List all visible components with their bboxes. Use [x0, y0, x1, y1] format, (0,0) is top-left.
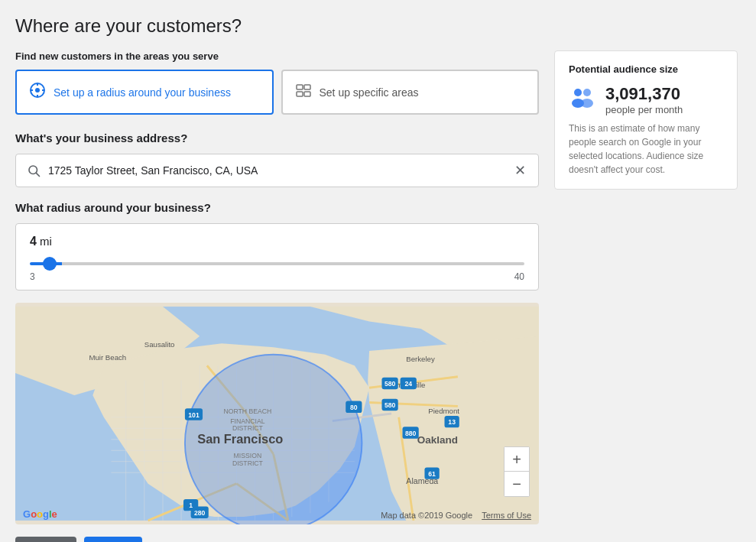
- svg-point-1: [35, 88, 40, 92]
- radius-section-title: What radius around your business?: [15, 201, 539, 214]
- map-data-credit: Map data ©2019 Google: [381, 511, 472, 520]
- zoom-in-btn[interactable]: +: [505, 447, 529, 472]
- svg-point-78: [574, 89, 582, 96]
- specific-icon: [295, 82, 312, 102]
- slider-labels: 3 40: [30, 271, 524, 282]
- svg-line-11: [36, 173, 39, 176]
- radius-box: 4 mi 3 40: [15, 223, 539, 290]
- svg-rect-6: [297, 85, 303, 89]
- radius-option-btn[interactable]: Set up a radius around your business: [15, 70, 274, 115]
- radius-btn-label: Set up a radius around your business: [54, 86, 231, 99]
- svg-text:Oakland: Oakland: [417, 434, 458, 446]
- svg-rect-9: [304, 92, 310, 96]
- svg-text:Piedmont: Piedmont: [428, 407, 459, 415]
- slider-max: 40: [514, 271, 524, 282]
- svg-text:FINANCIAL: FINANCIAL: [230, 417, 264, 425]
- specific-areas-btn[interactable]: Set up specific areas: [281, 70, 540, 115]
- svg-point-81: [581, 99, 593, 108]
- google-logo: Google: [23, 508, 57, 520]
- search-icon: [27, 164, 41, 177]
- svg-text:Sausalito: Sausalito: [144, 340, 175, 349]
- address-input-wrapper: ✕: [15, 154, 539, 187]
- section-label: Find new customers in the areas you serv…: [15, 50, 539, 62]
- radius-display: 4 mi: [30, 235, 524, 248]
- people-icon: [569, 86, 596, 113]
- map-attribution-right: Map data ©2019 Google Terms of Use: [381, 511, 531, 520]
- svg-text:MISSION: MISSION: [234, 452, 262, 459]
- audience-count-block: 3,091,370 people per month: [605, 84, 683, 115]
- main-layout: Find new customers in the areas you serv…: [15, 50, 738, 524]
- svg-text:80: 80: [350, 404, 358, 411]
- right-column: Potential audience size 3,091,370 people…: [554, 50, 738, 190]
- svg-text:24: 24: [404, 380, 412, 388]
- radius-unit: mi: [40, 235, 52, 248]
- svg-text:Muir Beach: Muir Beach: [89, 353, 126, 362]
- radius-section: What radius around your business? 4 mi 3…: [15, 201, 539, 290]
- svg-text:13: 13: [448, 418, 456, 426]
- svg-rect-7: [304, 85, 310, 89]
- page-title: Where are your customers?: [15, 15, 738, 37]
- svg-point-80: [583, 89, 591, 96]
- slider-container: [30, 255, 524, 268]
- svg-text:San Francisco: San Francisco: [197, 432, 283, 446]
- slider-min: 3: [30, 271, 35, 282]
- audience-unit: people per month: [605, 104, 683, 115]
- audience-title: Potential audience size: [569, 63, 723, 75]
- svg-text:NORTH BEACH: NORTH BEACH: [223, 407, 271, 415]
- address-section-title: What's your business address?: [15, 131, 539, 144]
- map-container: Muir Beach Sausalito NORTH BEACH FINANCI…: [15, 303, 539, 524]
- map-terms: Terms of Use: [482, 511, 531, 520]
- svg-text:61: 61: [428, 470, 436, 478]
- map-zoom-controls: + −: [504, 446, 530, 497]
- page-wrapper: Where are your customers? Find new custo…: [0, 0, 756, 542]
- back-button[interactable]: BACK: [15, 537, 76, 542]
- svg-rect-8: [297, 92, 303, 96]
- radius-slider[interactable]: [30, 262, 524, 265]
- svg-text:1: 1: [189, 501, 193, 509]
- option-buttons: Set up a radius around your business Set…: [15, 70, 539, 115]
- svg-text:Berkeley: Berkeley: [406, 355, 435, 363]
- svg-text:880: 880: [405, 430, 417, 437]
- svg-text:580: 580: [384, 401, 396, 409]
- svg-text:580: 580: [384, 380, 396, 388]
- radius-icon: [29, 82, 46, 102]
- bottom-bar: BACK NEXT: [15, 537, 738, 542]
- specific-btn-label: Set up specific areas: [320, 86, 419, 99]
- svg-text:101: 101: [188, 411, 200, 419]
- radius-number: 4: [30, 235, 37, 248]
- map-svg: Muir Beach Sausalito NORTH BEACH FINANCI…: [15, 303, 539, 524]
- audience-count-row: 3,091,370 people per month: [569, 84, 723, 115]
- audience-desc: This is an estimate of how many people s…: [569, 122, 723, 177]
- audience-count-number: 3,091,370: [605, 84, 683, 104]
- clear-address-btn[interactable]: ✕: [513, 162, 527, 179]
- audience-card: Potential audience size 3,091,370 people…: [554, 50, 738, 190]
- address-input[interactable]: [48, 164, 505, 177]
- business-address-section: What's your business address? ✕: [15, 131, 539, 187]
- next-button[interactable]: NEXT: [84, 537, 143, 542]
- zoom-out-btn[interactable]: −: [505, 472, 529, 496]
- left-column: Find new customers in the areas you serv…: [15, 50, 539, 524]
- svg-text:DISTRICT: DISTRICT: [232, 459, 264, 467]
